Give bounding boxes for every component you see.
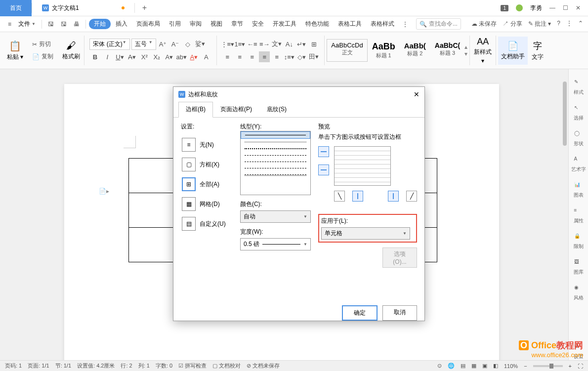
status-section[interactable]: 节: 1/1 bbox=[55, 362, 71, 370]
more-icon[interactable]: ⋮ bbox=[566, 20, 572, 28]
align-justify-icon[interactable]: ≡ bbox=[259, 51, 270, 62]
decrease-indent-icon[interactable]: ←≡ bbox=[247, 39, 257, 49]
font-size-select[interactable]: 五号▼ bbox=[131, 39, 156, 50]
view-mode-2-icon[interactable]: 🌐 bbox=[448, 363, 455, 369]
zoom-out-icon[interactable]: − bbox=[524, 363, 527, 369]
new-style-button[interactable]: AA 新样式▾ bbox=[472, 35, 494, 66]
help-icon[interactable]: ? bbox=[557, 20, 560, 28]
style-heading3[interactable]: AaBbC( 标题 3 bbox=[430, 39, 464, 62]
line-style-option[interactable] bbox=[241, 165, 310, 171]
line-style-option[interactable] bbox=[241, 159, 310, 165]
save-as-icon[interactable]: 🖫 bbox=[58, 19, 70, 30]
show-marks-icon[interactable]: ↵▾ bbox=[296, 39, 307, 49]
menu-view[interactable]: 视图 bbox=[207, 18, 226, 30]
status-set-value[interactable]: 设置值: 4.2厘米 bbox=[77, 362, 115, 370]
format-brush[interactable]: 🖌 格式刷 bbox=[60, 38, 82, 63]
style-heading1[interactable]: AaBb 标题 1 bbox=[368, 39, 400, 62]
print-icon[interactable]: 🖶 bbox=[71, 19, 83, 30]
nav-pane-icon[interactable]: 📄▸ bbox=[99, 188, 109, 195]
strike-icon[interactable]: A̶▾ bbox=[126, 52, 137, 63]
menu-page-layout[interactable]: 页面布局 bbox=[132, 18, 164, 30]
notification-badge[interactable]: 1 bbox=[501, 5, 508, 11]
user-name[interactable]: 李勇 bbox=[530, 4, 542, 12]
text-effect-icon[interactable]: A▾ bbox=[164, 52, 174, 63]
border-preview[interactable] bbox=[334, 146, 391, 186]
fullscreen-icon[interactable]: ⛶ bbox=[578, 363, 583, 369]
align-center-icon[interactable]: ≡ bbox=[234, 51, 245, 62]
decrease-font-icon[interactable]: A⁻ bbox=[170, 39, 181, 49]
menu-chapter[interactable]: 章节 bbox=[227, 18, 247, 30]
font-color-icon[interactable]: A▾ bbox=[188, 52, 199, 63]
line-style-option[interactable] bbox=[241, 139, 310, 145]
save-icon[interactable]: 🖫 bbox=[45, 19, 57, 30]
bold-icon[interactable]: B bbox=[89, 52, 100, 63]
shading-icon[interactable]: ◇▾ bbox=[296, 51, 307, 62]
cut-button[interactable]: ✂ 剪切 bbox=[30, 39, 55, 49]
subscript-icon[interactable]: X₂ bbox=[151, 52, 162, 63]
paste-button[interactable]: 📋 粘贴 ▾ bbox=[5, 38, 25, 63]
line-style-option[interactable] bbox=[241, 171, 310, 179]
collapse-ribbon-icon[interactable]: ⌃ bbox=[578, 20, 583, 28]
line-spacing-icon[interactable]: ↕≡▾ bbox=[284, 51, 294, 62]
clear-format-icon[interactable]: ◇ bbox=[182, 39, 193, 49]
status-row[interactable]: 行: 2 bbox=[121, 362, 132, 370]
dialog-close-button[interactable]: ✕ bbox=[414, 90, 420, 98]
increase-font-icon[interactable]: A⁺ bbox=[158, 39, 168, 49]
zoom-slider[interactable] bbox=[533, 365, 563, 367]
user-avatar[interactable] bbox=[516, 4, 523, 11]
view-mode-6-icon[interactable]: ◧ bbox=[493, 363, 498, 369]
border-top-button[interactable] bbox=[318, 146, 329, 157]
menu-security[interactable]: 安全 bbox=[248, 18, 268, 30]
text-tool-button[interactable]: 字 文字 bbox=[530, 38, 546, 63]
char-shading-icon[interactable]: A bbox=[201, 52, 211, 63]
borders-icon[interactable]: ⊞ bbox=[308, 39, 319, 49]
side-gallery[interactable]: 🖼图库 bbox=[574, 259, 584, 276]
width-select[interactable]: 0.5 磅 ▼ bbox=[240, 238, 311, 250]
add-tab-button[interactable]: + bbox=[135, 3, 154, 12]
align-right-icon[interactable]: ≡ bbox=[247, 51, 257, 62]
copy-button[interactable]: 📄 复制 bbox=[30, 51, 55, 62]
border-diagonal-up-button[interactable]: ╱ bbox=[406, 191, 417, 202]
style-normal[interactable]: AaBbCcDd 正文 bbox=[327, 39, 367, 62]
vertical-scrollbar[interactable] bbox=[561, 69, 568, 360]
bullet-list-icon[interactable]: ⋮≡▾ bbox=[222, 39, 233, 49]
setting-none[interactable]: ≡ 无(N) bbox=[181, 135, 233, 155]
side-property[interactable]: ≡属性 bbox=[574, 207, 584, 224]
scroll-thumb[interactable] bbox=[563, 82, 567, 146]
share-button[interactable]: ↗ 分享 bbox=[503, 20, 522, 28]
change-case-icon[interactable]: 娑▾ bbox=[195, 39, 206, 49]
status-doc-unsaved[interactable]: ⊘ 文档未保存 bbox=[247, 362, 280, 370]
cancel-button[interactable]: 取消 bbox=[382, 305, 417, 321]
view-mode-5-icon[interactable]: ▣ bbox=[482, 363, 487, 369]
color-select[interactable]: 自动▼ bbox=[240, 210, 311, 223]
text-direction-icon[interactable]: 文▾ bbox=[271, 39, 282, 49]
border-left-button[interactable] bbox=[352, 191, 363, 202]
menu-insert[interactable]: 插入 bbox=[112, 18, 131, 30]
tab-page-border[interactable]: 页面边框(P) bbox=[213, 102, 259, 117]
tab-shading[interactable]: 底纹(S) bbox=[259, 102, 294, 117]
ok-button[interactable]: 确定 bbox=[342, 305, 378, 321]
setting-grid[interactable]: ▦ 网格(D) bbox=[181, 194, 233, 214]
menu-features[interactable]: 特色功能 bbox=[301, 18, 333, 30]
side-wordart[interactable]: A艺术字 bbox=[571, 156, 586, 173]
apply-to-select[interactable]: 单元格▼ bbox=[321, 227, 410, 240]
align-left-icon[interactable]: ≡ bbox=[222, 51, 233, 62]
border-bottom-button[interactable] bbox=[318, 165, 329, 175]
setting-custom[interactable]: ▤ 自定义(U) bbox=[181, 214, 233, 234]
zoom-level[interactable]: 110% bbox=[504, 363, 518, 369]
close-button[interactable]: ✕ bbox=[576, 4, 581, 11]
zoom-in-icon[interactable]: + bbox=[569, 363, 572, 369]
side-theme[interactable]: ◉风格 bbox=[574, 285, 584, 301]
menu-table-tools[interactable]: 表格工具 bbox=[334, 18, 366, 30]
document-tab[interactable]: W 文字文稿1 bbox=[32, 0, 134, 16]
line-style-list[interactable] bbox=[240, 131, 311, 195]
status-col[interactable]: 列: 1 bbox=[138, 362, 150, 370]
side-select[interactable]: ↖选择 bbox=[574, 105, 584, 122]
side-shape[interactable]: ◯形状 bbox=[574, 130, 584, 147]
style-scroll-up-icon[interactable]: ▴ bbox=[464, 43, 467, 50]
increase-indent-icon[interactable]: ≡→ bbox=[259, 39, 270, 49]
view-mode-1-icon[interactable]: ⊙ bbox=[437, 363, 442, 369]
line-style-solid[interactable] bbox=[241, 131, 310, 139]
home-tab[interactable]: 首页 bbox=[0, 0, 32, 16]
tab-border[interactable]: 边框(B) bbox=[178, 102, 213, 118]
